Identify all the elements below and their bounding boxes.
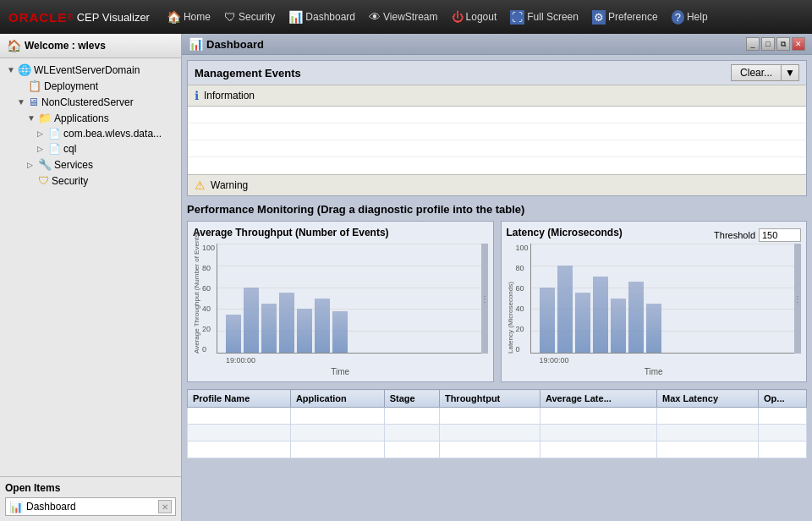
nav-help[interactable]: ? Help [667,8,713,26]
dashboard-body: Management Events Clear... ▼ ℹ Informati… [182,55,812,521]
charts-row: Average Throughput (Number of Events) Av… [187,221,807,382]
dashboard-nav-icon: 📊 [288,10,303,24]
sidebar: 🏠 Welcome : wlevs ▼ 🌐 WLEventServerDomai… [0,34,182,521]
management-events-section: Management Events Clear... ▼ ℹ Informati… [187,60,807,196]
col-application[interactable]: Application [290,390,384,408]
col-op[interactable]: Op... [759,390,807,408]
nav-preference-label: Preference [608,11,658,23]
preference-icon: ⚙ [592,10,606,25]
nav-security-label: Security [239,11,275,23]
col-profile-name[interactable]: Profile Name [188,390,291,408]
apps-label: Applications [54,112,109,124]
events-content [188,107,806,174]
latency-chart-box: Latency (Microseconds) Threshold Latency… [501,221,808,382]
cell [290,441,384,458]
nav-fullscreen[interactable]: ⛶ Full Screen [505,8,584,26]
throughput-scroll-handle[interactable]: ⋮ [481,244,488,354]
latency-plot: 19:00:00 [530,244,794,354]
nav-security[interactable]: 🛡 Security [219,8,280,25]
col-stage[interactable]: Stage [384,390,439,408]
tree-app-bea[interactable]: ▷ 📄 com.bea.wlevs.data... [0,126,181,141]
tree-services[interactable]: ▷ 🔧 Services [0,156,181,173]
viewstream-icon: 👁 [369,10,381,24]
dashboard-title-icon: 📊 [189,37,203,51]
clear-dropdown[interactable]: ▼ [782,64,799,81]
latency-chart-title: Latency (Microseconds) [507,227,623,239]
table-row [188,441,807,458]
apps-expand: ▼ [27,113,36,123]
cell [759,441,807,458]
security-nav-icon: 🛡 [224,10,236,24]
performance-section: Performance Monitoring (Drag a diagnosti… [187,203,807,458]
domain-expand: ▼ [7,65,15,74]
bar [226,315,241,353]
latency-x-tick: 19:00:00 [540,356,569,365]
home-icon: 🏠 [167,10,181,24]
security-tree-icon: 🛡 [38,174,49,187]
latency-scroll-handle[interactable]: ⋮ [794,244,801,354]
cell [188,441,291,458]
help-icon: ? [672,10,684,25]
col-max-latency[interactable]: Max Latency [657,390,759,408]
cell [188,425,291,441]
welcome-home-icon: 🏠 [7,39,21,52]
nav-help-label: Help [687,11,708,23]
domain-icon: 🌐 [18,63,31,76]
tree-deployment[interactable]: 📋 Deployment [0,78,181,94]
threshold-label: Threshold [714,230,755,240]
tree-security[interactable]: 🛡 Security [0,173,181,189]
info-bar: ℹ Information [188,85,806,107]
nav-logout[interactable]: ⏻ Logout [447,8,502,25]
management-events-header: Management Events Clear... ▼ [188,61,806,85]
services-label: Services [54,159,93,171]
tree-domain[interactable]: ▼ 🌐 WLEventServerDomain [0,62,181,78]
bar [279,293,294,353]
cep-text: CEP Visualizer [77,11,150,24]
open-item-close-button[interactable]: ✕ [158,500,172,513]
throughput-chart-area: Average Throughput (Number of Events) 10… [193,244,488,354]
services-expand: ▷ [27,161,36,169]
dashboard-title-text: Dashboard [206,38,264,51]
nav-viewstream[interactable]: 👁 ViewStream [364,8,442,25]
app-bea-expand: ▷ [37,129,46,138]
nav-home-label: Home [184,11,211,23]
info-icon: ℹ [195,89,199,102]
nav-fullscreen-label: Full Screen [527,11,579,23]
close-button[interactable]: ✕ [792,37,805,51]
y-tick: 40 [516,304,529,313]
warning-icon: ⚠ [195,178,206,192]
minimize-button[interactable]: _ [746,37,760,51]
logout-icon: ⏻ [452,10,464,24]
y-tick: 0 [202,345,215,354]
tree-applications[interactable]: ▼ 📁 Applications [0,110,181,126]
cell [384,425,439,441]
col-avg-latency[interactable]: Average Late... [540,390,656,408]
cell [540,441,656,458]
threshold-input[interactable] [759,228,801,242]
y-tick: 80 [202,264,215,272]
cell [759,425,807,441]
bar [646,304,661,353]
main-layout: 🏠 Welcome : wlevs ▼ 🌐 WLEventServerDomai… [0,34,812,521]
throughput-x-label: Time [193,367,488,376]
app-cql-expand: ▷ [37,145,46,153]
nav-dashboard[interactable]: 📊 Dashboard [283,8,360,25]
apps-icon: 📁 [38,112,52,124]
nav-home[interactable]: 🏠 Home [162,8,216,25]
tree-server[interactable]: ▼ 🖥 NonClusteredServer [0,94,181,110]
throughput-chart-title: Average Throughput (Number of Events) [193,227,488,239]
maximize-button[interactable]: ⧉ [776,37,790,51]
throughput-plot: 19:00:00 [217,244,480,354]
oracle-logo: ORACLE ® CEP Visualizer [8,10,150,25]
clear-button[interactable]: Clear... [731,64,782,81]
nav-preference[interactable]: ⚙ Preference [587,8,663,26]
event-row [188,123,806,140]
cell [290,408,384,425]
open-item-dashboard[interactable]: 📊 Dashboard ✕ [5,497,176,516]
restore-button[interactable]: □ [761,37,775,51]
tree-app-cql[interactable]: ▷ 📄 cql [0,141,181,156]
bar [297,309,312,353]
col-throughput[interactable]: Throughtput [439,390,540,408]
y-tick: 100 [516,244,529,252]
bar [540,288,555,353]
